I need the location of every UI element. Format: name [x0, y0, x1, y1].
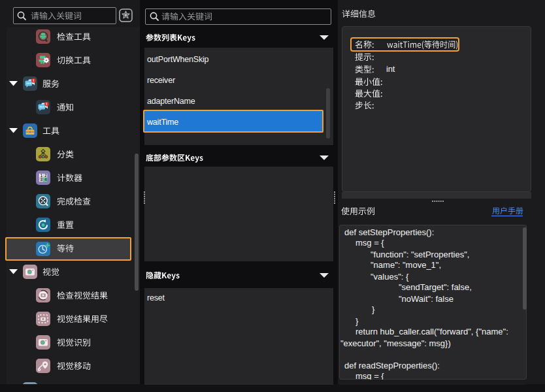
svg-text:3: 3 — [40, 177, 42, 182]
svg-text:4: 4 — [44, 177, 47, 182]
